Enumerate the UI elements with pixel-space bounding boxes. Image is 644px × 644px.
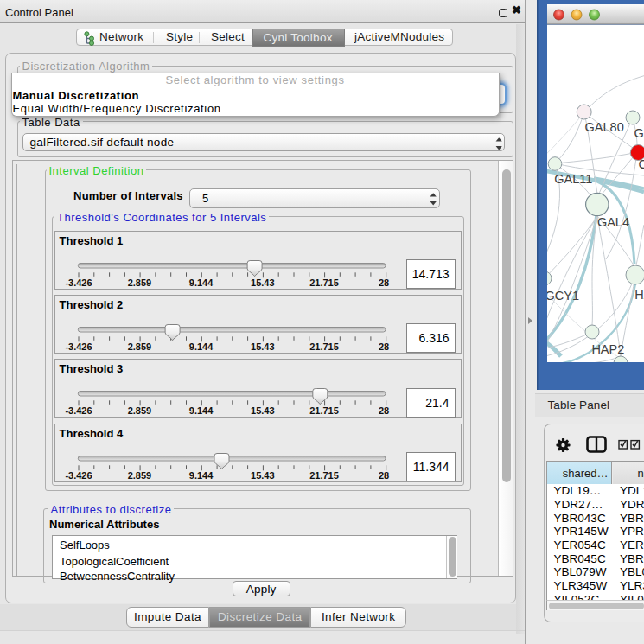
svg-text:-3.426: -3.426 xyxy=(65,341,92,352)
svg-text:-3.426: -3.426 xyxy=(65,277,92,287)
svg-text:GAL80: GAL80 xyxy=(585,120,624,134)
svg-text:28: 28 xyxy=(379,405,389,416)
svg-text:HAP2: HAP2 xyxy=(591,342,624,356)
svg-text:21.715: 21.715 xyxy=(309,341,339,352)
svg-text:28: 28 xyxy=(379,469,389,480)
svg-text:GAL11: GAL11 xyxy=(554,172,592,186)
svg-text:21.715: 21.715 xyxy=(309,469,339,480)
svg-text:9.144: 9.144 xyxy=(189,341,214,352)
svg-text:GAL4: GAL4 xyxy=(597,215,629,229)
svg-text:GAL2: GAL2 xyxy=(634,126,644,140)
svg-text:28: 28 xyxy=(379,341,389,352)
svg-text:15.43: 15.43 xyxy=(251,469,275,480)
svg-text:9.144: 9.144 xyxy=(189,405,214,416)
svg-text:2.859: 2.859 xyxy=(128,277,152,287)
svg-text:CDC19: CDC19 xyxy=(639,157,644,171)
svg-text:15.43: 15.43 xyxy=(251,341,275,352)
svg-text:28: 28 xyxy=(379,277,389,287)
svg-text:HAP4: HAP4 xyxy=(634,288,644,302)
svg-text:2.859: 2.859 xyxy=(128,469,152,480)
svg-text:9.144: 9.144 xyxy=(189,277,214,287)
svg-text:9.144: 9.144 xyxy=(189,469,214,480)
svg-text:21.715: 21.715 xyxy=(309,277,339,287)
svg-text:15.43: 15.43 xyxy=(251,277,275,287)
svg-text:GCY1: GCY1 xyxy=(545,289,580,303)
svg-text:-3.426: -3.426 xyxy=(65,469,92,480)
svg-text:2.859: 2.859 xyxy=(128,405,152,416)
svg-text:21.715: 21.715 xyxy=(309,405,339,416)
svg-text:2.859: 2.859 xyxy=(128,341,152,352)
svg-text:15.43: 15.43 xyxy=(251,405,275,416)
svg-text:-3.426: -3.426 xyxy=(65,405,92,416)
